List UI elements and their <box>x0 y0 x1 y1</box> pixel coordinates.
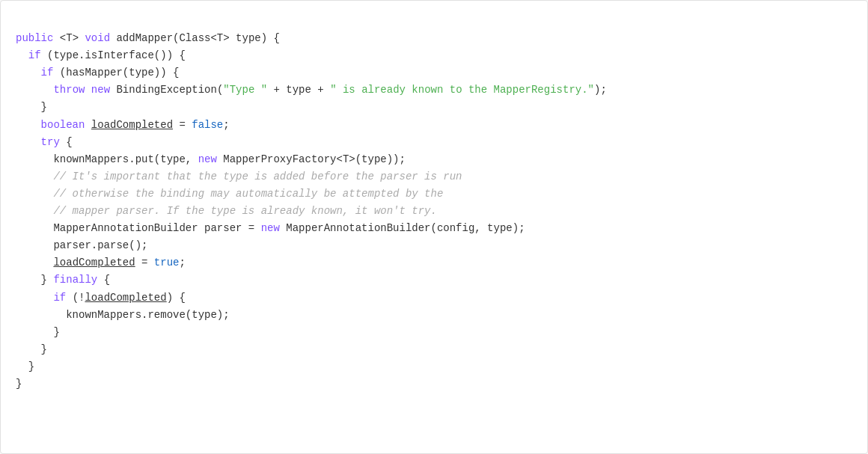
line-12: MapperAnnotationBuilder parser = new Map… <box>16 222 525 234</box>
line-11: // mapper parser. If the type is already… <box>16 205 437 217</box>
line-19: } <box>16 343 47 355</box>
line-9: // It's important that the type is added… <box>16 171 462 182</box>
line-5: } <box>16 101 47 113</box>
code-container: public <T> void addMapper(Class<T> type)… <box>0 0 868 454</box>
line-21: } <box>16 378 22 390</box>
line-8: knownMappers.put(type, new MapperProxyFa… <box>16 153 406 165</box>
code-block: public <T> void addMapper(Class<T> type)… <box>16 13 852 410</box>
line-18: } <box>16 326 60 338</box>
line-10: // otherwise the binding may automatical… <box>16 188 443 200</box>
line-15: } finally { <box>16 274 110 286</box>
line-6: boolean loadCompleted = false; <box>16 119 230 131</box>
line-4: throw new BindingException("Type " + typ… <box>16 84 607 96</box>
line-13: parser.parse(); <box>16 239 147 251</box>
line-20: } <box>16 361 34 372</box>
line-14: loadCompleted = true; <box>16 257 186 269</box>
line-16: if (!loadCompleted) { <box>16 292 186 304</box>
line-3: if (hasMapper(type)) { <box>16 67 179 79</box>
line-7: try { <box>16 136 73 148</box>
line-17: knownMappers.remove(type); <box>16 309 230 321</box>
line-1: public <T> void addMapper(Class<T> type)… <box>16 32 280 44</box>
line-2: if (type.isInterface()) { <box>16 49 186 61</box>
